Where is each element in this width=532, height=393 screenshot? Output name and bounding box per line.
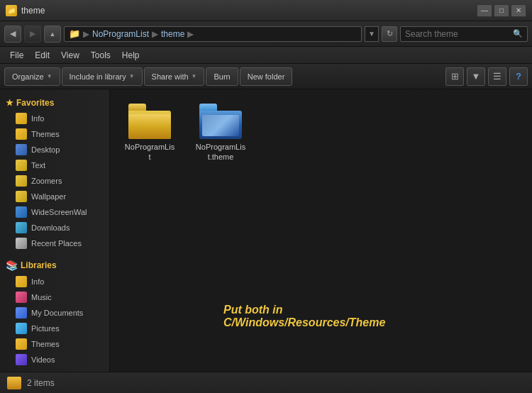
menu-view[interactable]: View: [55, 49, 85, 62]
details-pane-button[interactable]: ☰: [488, 67, 506, 86]
path-segment-2[interactable]: theme: [161, 29, 184, 39]
share-with-dropdown-icon: ▼: [192, 73, 197, 79]
favorites-header[interactable]: ★ Favorites: [0, 95, 109, 111]
sidebar-item-label: Downloads: [31, 223, 70, 232]
address-dropdown-button[interactable]: ▼: [365, 26, 379, 42]
sidebar-item-label: Recent Places: [31, 239, 82, 248]
path-segment-1[interactable]: NoProgramList: [92, 29, 149, 39]
search-input[interactable]: [405, 29, 510, 39]
new-folder-button[interactable]: New folder: [240, 67, 293, 86]
include-library-button[interactable]: Include in library ▼: [62, 67, 143, 86]
videos-icon: [16, 354, 27, 365]
organize-button[interactable]: Organize ▼: [4, 67, 60, 86]
close-button[interactable]: ✕: [511, 4, 526, 17]
menu-file[interactable]: File: [4, 49, 29, 62]
organize-label: Organize: [12, 72, 44, 81]
pictures-icon: [16, 323, 27, 334]
forward-button[interactable]: ▶: [24, 26, 41, 43]
folder-tab: [128, 104, 146, 111]
instruction-line2: C/Windows/Resources/Theme: [223, 316, 518, 329]
sidebar-item-mydocuments[interactable]: My Documents: [0, 305, 109, 321]
folder-icon-noprogramlist: [128, 104, 171, 139]
sidebar-item-label: My Documents: [31, 309, 83, 317]
folder-icon: [16, 206, 27, 218]
refresh-button[interactable]: ↻: [382, 26, 397, 42]
back-button[interactable]: ◀: [4, 26, 21, 43]
status-bar: 2 items: [0, 372, 532, 393]
sidebar: ★ Favorites Info Themes Desktop Text Zoo…: [0, 89, 110, 372]
window-title: theme: [21, 6, 45, 16]
folder-front: [128, 114, 171, 139]
title-bar: 📁 theme — □ ✕: [0, 0, 532, 21]
star-icon: ★: [6, 98, 13, 108]
include-library-label: Include in library: [70, 72, 126, 81]
sidebar-item-zoomers[interactable]: Zoomers: [0, 173, 109, 189]
libraries-header[interactable]: 📚 Libraries: [0, 257, 109, 274]
sidebar-item-label: Themes: [31, 340, 60, 348]
sidebar-item-downloads[interactable]: Downloads: [0, 220, 109, 236]
sidebar-item-videos[interactable]: Videos: [0, 352, 109, 367]
theme-bg: [199, 111, 242, 139]
sidebar-item-label: Videos: [31, 355, 55, 364]
sidebar-item-themes-fav[interactable]: Themes: [0, 126, 109, 142]
organize-dropdown-icon: ▼: [47, 73, 52, 79]
menu-tools[interactable]: Tools: [85, 49, 116, 62]
sidebar-item-info-fav[interactable]: Info: [0, 111, 109, 126]
title-controls: — □ ✕: [477, 4, 526, 17]
content-area: NoProgramList NoProgramList.theme Put bo…: [110, 89, 532, 372]
sidebar-item-label: Desktop: [31, 145, 60, 154]
up-button[interactable]: ▲: [44, 26, 61, 43]
instruction-text: Put both in C/Windows/Resources/Theme: [223, 304, 518, 329]
sidebar-item-recent-places[interactable]: Recent Places: [0, 236, 109, 251]
menu-help[interactable]: Help: [116, 49, 145, 62]
sidebar-item-label: Wallpaper: [31, 192, 66, 201]
sidebar-item-label: Text: [31, 161, 45, 170]
folder-icon: [16, 128, 27, 140]
path-separator-3: ▶: [187, 29, 194, 39]
help-button[interactable]: ?: [509, 67, 528, 86]
file-item-theme[interactable]: NoProgramList.theme: [192, 101, 249, 165]
path-separator-2: ▶: [152, 29, 158, 39]
sidebar-item-label: Info: [31, 114, 44, 123]
path-separator-1: ▶: [83, 29, 89, 39]
sidebar-item-text[interactable]: Text: [0, 157, 109, 173]
sidebar-item-label: Themes: [31, 130, 60, 138]
recent-icon: [16, 238, 27, 249]
files-grid: NoProgramList NoProgramList.theme: [121, 101, 521, 165]
maximize-button[interactable]: □: [494, 4, 509, 17]
search-box: 🔍: [400, 26, 528, 42]
sidebar-item-music[interactable]: Music: [0, 289, 109, 305]
folder-icon: [16, 276, 27, 287]
status-folder-icon: [7, 377, 21, 389]
minimize-button[interactable]: —: [477, 4, 492, 17]
share-with-button[interactable]: Share with ▼: [144, 67, 205, 86]
sidebar-item-widescreen[interactable]: WideScreenWal: [0, 204, 109, 220]
favorites-label: Favorites: [16, 98, 54, 108]
folder-icon: [16, 175, 27, 187]
sidebar-item-pictures[interactable]: Pictures: [0, 321, 109, 336]
sidebar-item-desktop[interactable]: Desktop: [0, 142, 109, 157]
view-mode-button[interactable]: ⊞: [445, 67, 464, 86]
sidebar-item-info-lib[interactable]: Info: [0, 274, 109, 289]
search-icon[interactable]: 🔍: [513, 29, 523, 38]
file-item-noprogramlist[interactable]: NoProgramList: [121, 101, 178, 165]
include-library-dropdown-icon: ▼: [129, 73, 135, 79]
folder-icon: [16, 113, 27, 124]
menu-bar: File Edit View Tools Help: [0, 47, 532, 64]
instruction-line1: Put both in: [223, 304, 518, 316]
share-with-label: Share with: [152, 72, 189, 81]
folder-icon: [16, 160, 27, 171]
file-label-noprogramlist: NoProgramList: [124, 142, 175, 162]
address-path: 📁 ▶ NoProgramList ▶ theme ▶: [64, 26, 362, 42]
libraries-folder-icon: 📚: [6, 260, 18, 271]
burn-label: Burn: [214, 72, 230, 81]
sidebar-item-wallpaper[interactable]: Wallpaper: [0, 189, 109, 204]
downloads-icon: [16, 222, 27, 233]
sidebar-item-themes-lib[interactable]: Themes: [0, 336, 109, 352]
menu-edit[interactable]: Edit: [29, 49, 55, 62]
view-dropdown-button[interactable]: ▼: [467, 67, 485, 86]
title-bar-left: 📁 theme: [6, 5, 45, 16]
burn-button[interactable]: Burn: [206, 67, 238, 86]
sidebar-item-label: Music: [31, 293, 52, 301]
toolbar: Organize ▼ Include in library ▼ Share wi…: [0, 64, 532, 89]
